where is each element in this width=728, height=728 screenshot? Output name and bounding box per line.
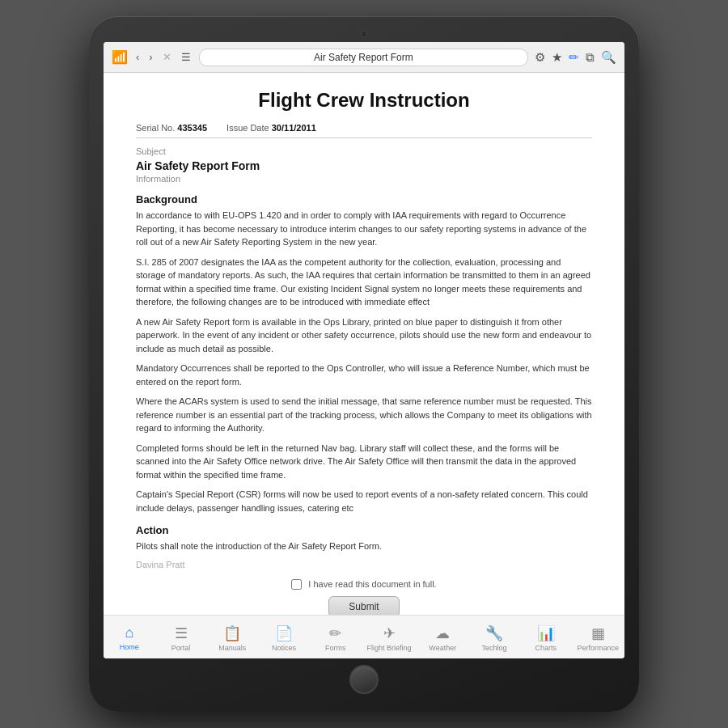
checkbox-label: I have read this document in full. — [308, 579, 436, 589]
tab-performance-label: Performance — [578, 644, 620, 652]
tab-techlog-label: Techlog — [482, 644, 507, 652]
paragraph-1: In accordance to with EU-OPS 1.420 and i… — [136, 209, 592, 249]
paragraph-3: A new Air Safety Report form is availabl… — [136, 315, 592, 356]
info-label: Information — [136, 174, 592, 184]
paragraph-6: Completed forms should be left in the re… — [136, 442, 592, 482]
paragraph-4: Mandatory Occurrences shall be reported … — [136, 362, 592, 388]
tab-notices[interactable]: 📄 Notices — [264, 624, 304, 652]
tab-manuals-label: Manuals — [218, 644, 246, 652]
tab-weather[interactable]: ☁ Weather — [422, 624, 463, 652]
tab-techlog[interactable]: 🔧 Techlog — [474, 624, 514, 652]
issue-date: Issue Date 30/11/2011 — [226, 123, 316, 133]
tab-charts-label: Charts — [535, 644, 557, 652]
action-heading: Action — [136, 524, 592, 536]
subject-label: Subject — [136, 146, 592, 156]
tab-home-label: Home — [120, 643, 139, 651]
copy-icon[interactable]: ⧉ — [586, 50, 595, 65]
tab-portal-label: Portal — [171, 644, 191, 652]
back-button[interactable]: ‹ — [134, 51, 141, 63]
forms-icon: ✏ — [329, 624, 341, 642]
address-bar[interactable]: Air Safety Report Form — [199, 49, 528, 66]
document-title: Flight Crew Instruction — [136, 89, 592, 112]
home-button[interactable] — [349, 665, 379, 694]
analytics-icon[interactable]: 📶 — [112, 49, 128, 65]
notices-icon: 📄 — [275, 624, 293, 642]
flight-icon: ✈ — [383, 624, 396, 642]
tab-notices-label: Notices — [272, 644, 296, 652]
tab-forms[interactable]: ✏ Forms — [315, 624, 356, 652]
browser-toolbar: 📶 ‹ › ✕ ☰ Air Safety Report Form ⚙ ★ ✏ ⧉… — [104, 42, 624, 73]
tab-home[interactable]: ⌂ Home — [109, 624, 150, 651]
portal-icon: ☰ — [175, 624, 188, 642]
tab-flight-label: Flight Briefing — [367, 644, 412, 652]
paragraph-2: S.I. 285 of 2007 designates the IAA as t… — [136, 256, 592, 309]
manuals-icon: 📋 — [223, 624, 241, 642]
home-icon: ⌂ — [125, 624, 133, 641]
forward-button[interactable]: › — [147, 51, 154, 63]
list-button[interactable]: ☰ — [180, 51, 193, 63]
tab-bar: ⌂ Home ☰ Portal 📋 Manuals 📄 Notices ✏ Fo… — [104, 615, 624, 658]
paragraph-5: Where the ACARs system is used to send t… — [136, 395, 592, 435]
tab-performance[interactable]: ▦ Performance — [578, 624, 620, 652]
tab-charts[interactable]: 📊 Charts — [526, 624, 566, 652]
edit-icon[interactable]: ✏ — [569, 50, 579, 65]
tab-manuals[interactable]: 📋 Manuals — [212, 624, 252, 652]
star-icon[interactable]: ★ — [552, 50, 562, 65]
charts-icon: 📊 — [537, 624, 555, 642]
document-content: Flight Crew Instruction Serial No. 43534… — [104, 73, 624, 615]
tab-flight-briefing[interactable]: ✈ Flight Briefing — [367, 624, 412, 652]
tablet-device: 📶 ‹ › ✕ ☰ Air Safety Report Form ⚙ ★ ✏ ⧉… — [89, 16, 639, 712]
search-icon[interactable]: 🔍 — [601, 50, 616, 65]
divider — [136, 138, 592, 138]
techlog-icon: 🔧 — [485, 624, 503, 642]
tablet-screen: 📶 ‹ › ✕ ☰ Air Safety Report Form ⚙ ★ ✏ ⧉… — [104, 42, 624, 658]
submit-button[interactable]: Submit — [328, 596, 399, 616]
tab-weather-label: Weather — [429, 644, 456, 652]
checkbox-row[interactable]: I have read this document in full. — [136, 579, 592, 590]
close-button[interactable]: ✕ — [161, 51, 173, 63]
tab-forms-label: Forms — [325, 644, 346, 652]
section-title: Air Safety Report Form — [136, 159, 592, 172]
background-heading: Background — [136, 193, 592, 205]
paragraph-7: Captain's Special Report (CSR) forms wil… — [136, 488, 592, 514]
document-meta: Serial No. 435345 Issue Date 30/11/2011 — [136, 123, 592, 133]
tab-portal[interactable]: ☰ Portal — [161, 624, 201, 652]
performance-icon: ▦ — [591, 624, 605, 642]
signature: Davina Pratt — [136, 560, 592, 569]
gear-icon[interactable]: ⚙ — [535, 50, 545, 65]
submit-row: Submit — [136, 596, 592, 616]
read-checkbox[interactable] — [291, 579, 302, 590]
serial-number: Serial No. 435345 — [136, 123, 207, 133]
camera — [361, 31, 367, 37]
weather-icon: ☁ — [435, 624, 450, 642]
action-text: Pilots shall note the introduction of th… — [136, 540, 592, 553]
